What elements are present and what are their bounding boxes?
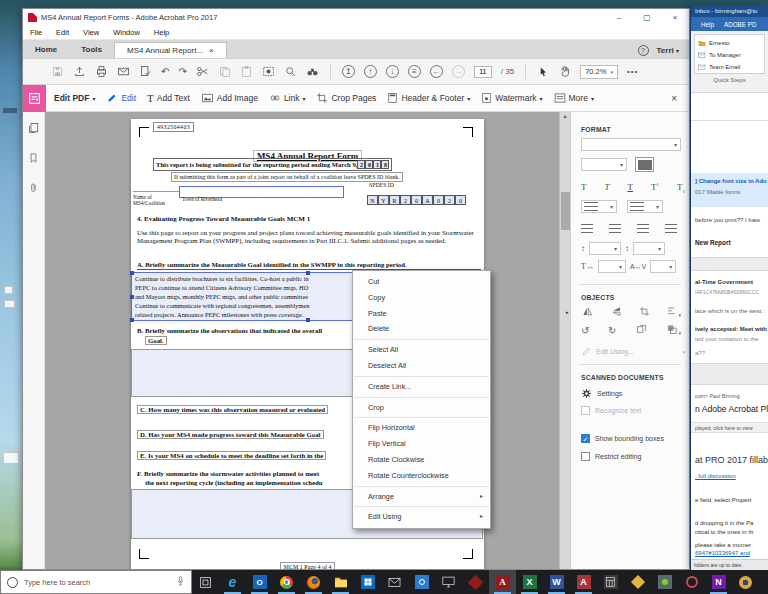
horizontal-scale-select[interactable]: ▾ (598, 260, 626, 273)
minimize-button[interactable]: – (605, 9, 633, 26)
menu-file[interactable]: File (23, 28, 49, 37)
email-subject[interactable]: New Report (695, 239, 731, 246)
align-right-icon[interactable] (637, 224, 649, 233)
taskbar-search[interactable]: Type here to search (0, 570, 192, 594)
context-menu-item-flip-vertical[interactable]: Flip Vertical (353, 436, 490, 452)
menu-window[interactable]: Window (106, 28, 147, 37)
context-menu-item-create-link[interactable]: Create Link... (353, 379, 490, 395)
quick-step-item[interactable]: Ernesto (698, 37, 761, 49)
show-bounding-checkbox[interactable]: ✓ (581, 434, 590, 443)
superscript-icon[interactable]: T1 (651, 182, 659, 194)
tab-tools[interactable]: Tools (69, 42, 114, 58)
email-subject[interactable]: al-Time Government (695, 279, 753, 285)
add-image-button[interactable]: Add Image (201, 92, 258, 104)
spdes-box[interactable]: 0 (455, 195, 466, 205)
desktop-icon[interactable] (4, 300, 15, 308)
desktop-icon[interactable] (4, 286, 13, 294)
attachments-icon[interactable] (28, 180, 39, 198)
scrollbar-thumb[interactable] (561, 192, 570, 230)
restrict-editing-row[interactable]: Restrict editing (581, 452, 641, 461)
subscript-icon[interactable]: T1 (677, 182, 685, 194)
remote-assist-icon[interactable] (678, 570, 705, 594)
context-menu-item-select-all[interactable]: Select All (353, 342, 490, 358)
save-icon[interactable] (51, 65, 64, 78)
more-button[interactable]: More▾ (554, 92, 594, 104)
outlook-titlebar[interactable]: Inbox - birmingham@to (691, 5, 768, 17)
close-button[interactable]: × (661, 9, 689, 26)
hand-tool-icon[interactable] (558, 65, 571, 78)
show-bounding-row[interactable]: ✓ Show bounding boxes (581, 434, 664, 443)
year-box[interactable]: 8 (381, 160, 389, 169)
redo-icon[interactable]: ↷ (178, 66, 186, 77)
copy-icon[interactable] (218, 65, 231, 78)
rotate-ccw-icon[interactable]: ↺ (581, 325, 589, 336)
spdes-box[interactable]: N (367, 195, 378, 205)
first-page-icon[interactable]: ↥ (342, 65, 355, 78)
binoculars-icon[interactable] (306, 65, 319, 78)
selection-handle[interactable] (130, 295, 134, 299)
context-menu-item-paste[interactable]: Paste (353, 306, 490, 322)
context-menu-item-deselect-all[interactable]: Deselect All (353, 358, 490, 374)
chrome-icon[interactable] (273, 570, 300, 594)
name-field[interactable]: Town of Riverhead (179, 186, 344, 198)
settings-row[interactable]: Settings (581, 388, 622, 399)
spdes-box[interactable]: 0 (433, 195, 444, 205)
doc-check-icon[interactable] (139, 65, 152, 78)
acrobat-titlebar[interactable]: MS4 Annual Report Forms - Adobe Acrobat … (23, 9, 689, 26)
share-file-icon[interactable] (73, 65, 86, 78)
selection-handle[interactable] (130, 271, 134, 275)
italic-icon[interactable]: T (604, 182, 609, 194)
year-box[interactable]: 0 (365, 160, 373, 169)
selection-handle[interactable] (130, 318, 134, 322)
menu-edit[interactable]: Edit (49, 28, 76, 37)
tab-close-icon[interactable]: × (209, 46, 214, 55)
context-menu-item-delete[interactable]: Delete (353, 321, 490, 337)
header-footer-button[interactable]: Header & Footer▾ (387, 92, 470, 104)
zoom-combo[interactable]: 70.2% ▾ (580, 65, 618, 79)
align-objects-icon[interactable]: ▾ (665, 306, 681, 318)
spdes-box[interactable]: 0 (411, 195, 422, 205)
outlook-tab-help[interactable]: Help (701, 21, 714, 28)
system-monitor-icon[interactable] (651, 570, 678, 594)
compass-browser-icon[interactable] (732, 570, 759, 594)
next-page-icon[interactable]: ↓ (386, 65, 399, 78)
email-preview[interactable]: ted your invitation to the (695, 336, 759, 342)
outlook-window[interactable]: Inbox - birmingham@to Help ADOBE PD Erne… (690, 5, 768, 570)
font-color-swatch[interactable] (635, 157, 654, 172)
email-preview[interactable]: IAF1C478A8DB46D860CCC (695, 289, 759, 295)
search-icon[interactable] (284, 65, 297, 78)
rotate-cw-icon[interactable]: ↻ (608, 325, 616, 336)
line-spacing-select[interactable]: ▾ (589, 242, 621, 255)
tab-document[interactable]: MS4 Annual Report... × (114, 42, 227, 58)
font-size-select[interactable]: ▾ (581, 158, 627, 171)
next-view-icon[interactable]: → (452, 65, 465, 78)
print-icon[interactable] (95, 65, 108, 78)
selection-handle[interactable] (306, 271, 310, 275)
onenote-icon[interactable]: N (705, 570, 732, 594)
help-icon[interactable]: ? (638, 45, 649, 56)
arrange-objects-icon[interactable]: ▾ (666, 324, 681, 337)
flip-vertical-icon[interactable] (610, 306, 623, 318)
add-text-button[interactable]: TAdd Text (147, 92, 190, 104)
page-view-icon[interactable]: ≡ (408, 65, 421, 78)
file-explorer-icon[interactable] (327, 570, 354, 594)
year-box[interactable]: 1 (373, 160, 381, 169)
display-settings-icon[interactable] (435, 570, 462, 594)
tab-home[interactable]: Home (23, 42, 69, 58)
paragraph-spacing-select[interactable]: ▾ (633, 242, 665, 255)
menu-help[interactable]: Help (147, 28, 176, 37)
context-menu-item-crop[interactable]: Crop (353, 400, 490, 416)
previous-view-icon[interactable]: ← (430, 65, 443, 78)
quick-step-item[interactable]: To Manager (698, 49, 761, 61)
microphone-icon[interactable] (176, 575, 185, 589)
task-view-icon[interactable] (192, 570, 219, 594)
access-icon[interactable]: A (570, 570, 597, 594)
restrict-editing-checkbox[interactable] (581, 452, 590, 461)
font-family-select[interactable]: ▾ (581, 138, 681, 151)
replace-image-icon[interactable] (635, 324, 648, 337)
3d-builder-icon[interactable] (624, 570, 651, 594)
desktop-icon[interactable] (3, 452, 19, 464)
bookmarks-icon[interactable] (28, 150, 39, 168)
more-tools-icon[interactable]: ••• (627, 67, 638, 76)
context-menu-item-rotate-counterclockwise[interactable]: Rotate Counterclockwise (353, 468, 490, 484)
